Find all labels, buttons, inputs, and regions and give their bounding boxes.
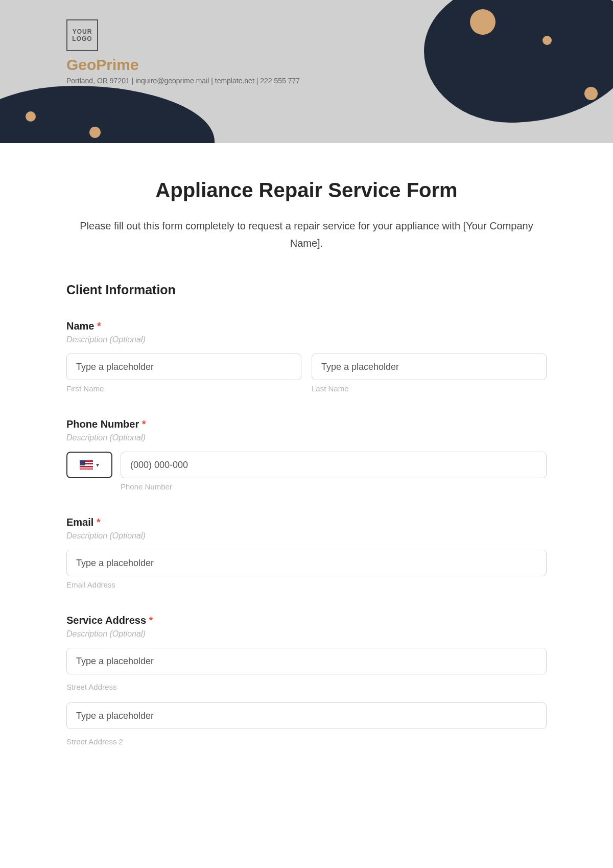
decorative-dot — [26, 111, 36, 122]
country-code-picker[interactable]: ▾ — [66, 452, 112, 478]
field-label-email: Email * — [66, 517, 547, 528]
decorative-dot — [470, 9, 496, 35]
phone-sublabel: Phone Number — [121, 482, 547, 491]
field-desc: Description (Optional) — [66, 531, 547, 541]
email-input[interactable] — [66, 550, 547, 576]
last-name-sublabel: Last Name — [312, 384, 547, 393]
first-name-input[interactable] — [66, 354, 301, 380]
label-text: Email — [66, 517, 93, 528]
decorative-blob — [424, 0, 613, 123]
logo-placeholder: YOURLOGO — [66, 19, 98, 51]
required-star: * — [142, 418, 146, 430]
email-sublabel: Email Address — [66, 580, 547, 589]
decorative-dot — [543, 36, 552, 45]
street-address-sublabel: Street Address — [66, 683, 547, 691]
label-text: Service Address — [66, 615, 146, 626]
label-text: Phone Number — [66, 418, 139, 430]
label-text: Name — [66, 320, 94, 332]
street-address-input[interactable] — [66, 648, 547, 674]
first-name-sublabel: First Name — [66, 384, 301, 393]
field-desc: Description (Optional) — [66, 433, 547, 442]
header-banner: YOURLOGO GeoPrime Portland, OR 97201 | i… — [0, 0, 613, 143]
field-email: Email * Description (Optional) Email Add… — [66, 517, 547, 589]
last-name-input[interactable] — [312, 354, 547, 380]
required-star: * — [97, 320, 101, 332]
chevron-down-icon: ▾ — [96, 461, 99, 468]
decorative-dot — [584, 87, 598, 100]
street-address-2-sublabel: Street Address 2 — [66, 737, 547, 746]
phone-input[interactable] — [121, 452, 547, 478]
required-star: * — [149, 615, 153, 626]
form-card: Appliance Repair Service Form Please fil… — [0, 143, 613, 868]
field-desc: Description (Optional) — [66, 335, 547, 344]
required-star: * — [97, 517, 101, 528]
form-subtitle: Please fill out this form completely to … — [66, 217, 547, 252]
form-title: Appliance Repair Service Form — [66, 179, 547, 202]
decorative-dot — [89, 127, 101, 138]
field-phone: Phone Number * Description (Optional) ▾ … — [66, 418, 547, 491]
section-heading-client-info: Client Information — [66, 283, 547, 297]
field-name: Name * Description (Optional) First Name… — [66, 320, 547, 393]
field-label-phone: Phone Number * — [66, 418, 547, 430]
field-label-address: Service Address * — [66, 615, 547, 626]
field-label-name: Name * — [66, 320, 547, 332]
flag-us-icon — [80, 460, 93, 470]
field-service-address: Service Address * Description (Optional)… — [66, 615, 547, 746]
field-desc: Description (Optional) — [66, 629, 547, 639]
company-name: GeoPrime — [66, 56, 139, 74]
company-info: Portland, OR 97201 | inquire@geoprime.ma… — [66, 77, 300, 85]
street-address-2-input[interactable] — [66, 702, 547, 729]
